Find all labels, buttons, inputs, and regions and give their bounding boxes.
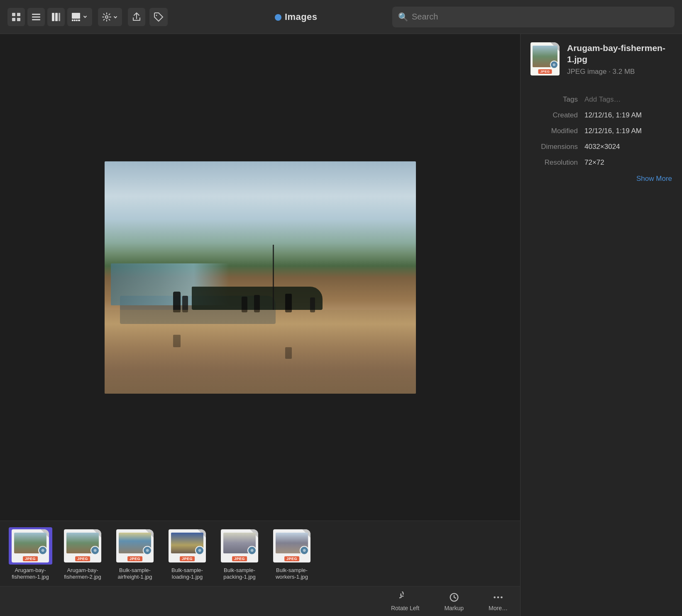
toolbar: Images 🔍 bbox=[0, 0, 682, 34]
metadata-row-tags: Tags Add Tags… bbox=[530, 92, 672, 107]
modified-value: 12/12/16, 1:19 AM bbox=[584, 123, 672, 139]
file-icon-overlay: ⊕ bbox=[550, 61, 558, 69]
more-label: More… bbox=[489, 605, 508, 611]
jpeg-overlay-icon: ⊕ bbox=[143, 546, 152, 555]
svg-point-16 bbox=[156, 15, 157, 16]
jpeg-badge: JPEG bbox=[127, 556, 142, 561]
settings-button[interactable] bbox=[98, 8, 122, 26]
svg-point-15 bbox=[105, 16, 108, 18]
svg-rect-5 bbox=[32, 16, 40, 17]
bottom-actions-bar: Rotate Left Markup More… bbox=[0, 586, 520, 616]
svg-rect-1 bbox=[17, 13, 20, 16]
thumb-icon-wrap: ⊕ JPEG bbox=[61, 527, 105, 565]
svg-point-20 bbox=[501, 596, 503, 598]
created-label: Created bbox=[530, 107, 584, 123]
preview-image bbox=[105, 161, 416, 394]
thumbnails-row: ⊕ JPEG Arugam-bay-fishermen-1.jpg ⊕ JPEG… bbox=[0, 521, 520, 586]
jpeg-badge: JPEG bbox=[180, 556, 195, 561]
thumb-icon-wrap: ⊕ JPEG bbox=[9, 527, 52, 565]
svg-rect-7 bbox=[52, 13, 54, 21]
thumbnail-label: Bulk-sample-packing-1.jpg bbox=[217, 567, 262, 580]
view-list-button[interactable] bbox=[27, 8, 45, 26]
thumbnail-item[interactable]: ⊕ JPEG Arugam-bay-fishermen-1.jpg bbox=[7, 527, 53, 580]
svg-rect-14 bbox=[78, 19, 80, 21]
jpeg-badge: JPEG bbox=[23, 556, 38, 561]
file-name: Arugam-bay-fishermen-1.jpg bbox=[567, 42, 672, 65]
jpeg-badge: JPEG bbox=[232, 556, 247, 561]
thumbnail-label: Bulk-sample-workers-1.jpg bbox=[269, 567, 315, 580]
search-input[interactable] bbox=[412, 12, 669, 22]
jpeg-overlay-icon: ⊕ bbox=[300, 546, 309, 555]
tags-value[interactable]: Add Tags… bbox=[584, 92, 672, 107]
jpeg-overlay-icon: ⊕ bbox=[247, 546, 257, 555]
thumbnail-item[interactable]: ⊕ JPEG Bulk-sample-loading-1.jpg bbox=[164, 527, 210, 580]
thumbnail-item[interactable]: ⊕ JPEG Bulk-sample-workers-1.jpg bbox=[269, 527, 315, 580]
thumbnail-label: Arugam-bay-fishermen-2.jpg bbox=[60, 567, 105, 580]
thumbnail-item[interactable]: ⊕ JPEG Bulk-sample-airfreight-1.jpg bbox=[112, 527, 158, 580]
markup-button[interactable]: Markup bbox=[444, 592, 464, 611]
svg-rect-2 bbox=[12, 18, 15, 21]
toolbar-left bbox=[7, 8, 200, 26]
tags-placeholder[interactable]: Add Tags… bbox=[584, 95, 621, 103]
svg-rect-4 bbox=[32, 14, 40, 15]
jpeg-icon: ⊕ JPEG bbox=[169, 529, 206, 562]
thumbnail-item[interactable]: ⊕ JPEG Bulk-sample-packing-1.jpg bbox=[217, 527, 262, 580]
thumb-icon-wrap: ⊕ JPEG bbox=[218, 527, 262, 565]
jpeg-overlay-icon: ⊕ bbox=[195, 546, 204, 555]
metadata-row-modified: Modified 12/12/16, 1:19 AM bbox=[530, 123, 672, 139]
search-icon: 🔍 bbox=[398, 12, 408, 22]
resolution-label: Resolution bbox=[530, 155, 584, 170]
share-button[interactable] bbox=[128, 8, 145, 26]
file-badge: JPEG bbox=[538, 69, 552, 74]
svg-rect-9 bbox=[59, 13, 60, 21]
dimensions-value: 4032×3024 bbox=[584, 139, 672, 155]
rotate-left-button[interactable]: Rotate Left bbox=[391, 592, 420, 611]
jpeg-icon: ⊕ JPEG bbox=[116, 529, 154, 562]
thumbnail-label: Bulk-sample-airfreight-1.jpg bbox=[112, 567, 158, 580]
metadata-row-dimensions: Dimensions 4032×3024 bbox=[530, 139, 672, 155]
show-more-link[interactable]: Show More bbox=[530, 175, 672, 183]
svg-rect-13 bbox=[76, 19, 78, 21]
markup-label: Markup bbox=[444, 605, 464, 611]
thumbnail-label: Arugam-bay-fishermen-1.jpg bbox=[7, 567, 53, 580]
modified-label: Modified bbox=[530, 123, 584, 139]
content-area: ⊕ JPEG Arugam-bay-fishermen-1.jpg ⊕ JPEG… bbox=[0, 34, 520, 616]
preview-container bbox=[0, 34, 520, 521]
svg-rect-6 bbox=[32, 19, 40, 20]
svg-rect-10 bbox=[72, 13, 80, 19]
svg-rect-3 bbox=[17, 18, 20, 21]
tag-button[interactable] bbox=[149, 8, 168, 26]
svg-rect-0 bbox=[12, 13, 15, 16]
sidebar: ⊕ JPEG Arugam-bay-fishermen-1.jpg JPEG i… bbox=[520, 34, 682, 616]
more-button[interactable]: More… bbox=[489, 592, 508, 611]
file-name-info: Arugam-bay-fishermen-1.jpg JPEG image · … bbox=[567, 42, 672, 76]
svg-rect-12 bbox=[74, 19, 76, 21]
thumbnail-item[interactable]: ⊕ JPEG Arugam-bay-fishermen-2.jpg bbox=[60, 527, 105, 580]
file-type: JPEG image · 3.2 MB bbox=[567, 68, 672, 76]
window-title: Images bbox=[200, 12, 393, 22]
thumbnail-label: Bulk-sample-loading-1.jpg bbox=[164, 567, 210, 580]
svg-point-19 bbox=[497, 596, 499, 598]
file-header: ⊕ JPEG Arugam-bay-fishermen-1.jpg JPEG i… bbox=[530, 42, 672, 76]
view-grid-button[interactable] bbox=[7, 8, 25, 26]
thumb-icon-wrap: ⊕ JPEG bbox=[166, 527, 209, 565]
view-gallery-button[interactable] bbox=[67, 8, 92, 26]
metadata-row-resolution: Resolution 72×72 bbox=[530, 155, 672, 170]
jpeg-icon: ⊕ JPEG bbox=[64, 529, 101, 562]
view-columns-button[interactable] bbox=[47, 8, 65, 26]
svg-rect-11 bbox=[72, 19, 73, 21]
main-area: ⊕ JPEG Arugam-bay-fishermen-1.jpg ⊕ JPEG… bbox=[0, 34, 682, 616]
jpeg-overlay-icon: ⊕ bbox=[90, 546, 100, 555]
thumb-icon-wrap: ⊕ JPEG bbox=[270, 527, 314, 565]
jpeg-icon: ⊕ JPEG bbox=[221, 529, 258, 562]
jpeg-icon: ⊕ JPEG bbox=[273, 529, 310, 562]
jpeg-badge: JPEG bbox=[75, 556, 90, 561]
search-bar: 🔍 bbox=[392, 7, 675, 27]
metadata-table: Tags Add Tags… Created 12/12/16, 1:19 AM… bbox=[530, 92, 672, 170]
metadata-row-created: Created 12/12/16, 1:19 AM bbox=[530, 107, 672, 123]
dimensions-label: Dimensions bbox=[530, 139, 584, 155]
jpeg-icon: ⊕ JPEG bbox=[12, 529, 49, 562]
jpeg-badge: JPEG bbox=[284, 556, 299, 561]
resolution-value: 72×72 bbox=[584, 155, 672, 170]
jpeg-overlay-icon: ⊕ bbox=[38, 546, 47, 555]
